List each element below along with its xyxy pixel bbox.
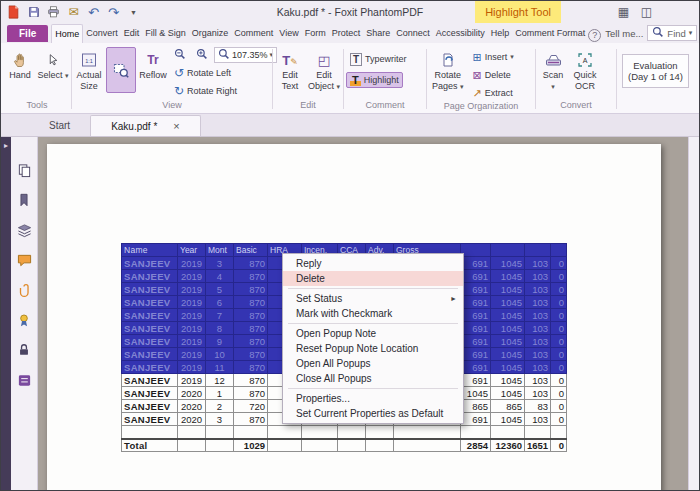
table-cell: SANJEEV	[122, 270, 178, 283]
navigation-pane-rail[interactable]: ▸	[1, 137, 11, 490]
quick-ocr-button[interactable]: A QuickOCR	[570, 47, 600, 95]
tell-me-search[interactable]: Tell me...	[605, 28, 643, 39]
menu-tab-view[interactable]: View	[276, 24, 301, 42]
actual-size-button[interactable]: 1:1 ActualSize	[74, 47, 104, 95]
table-cell: 0	[551, 283, 567, 296]
zoom-out-button[interactable]	[170, 47, 190, 63]
table-cell: SANJEEV	[122, 335, 178, 348]
page-thumbnails-icon[interactable]	[15, 161, 33, 179]
zoom-level-select[interactable]: 107.35% ▾	[214, 47, 277, 63]
rotate-pages-button[interactable]: RotatePages ▾	[429, 47, 467, 95]
menu-tab-accessibility[interactable]: Accessibility	[433, 24, 488, 42]
reflow-button[interactable]: Tr Reflow	[138, 47, 168, 84]
table-cell: 870	[234, 257, 268, 270]
context-menu-item-properties[interactable]: Properties...	[283, 391, 463, 406]
rotate-right-button[interactable]: ↻Rotate Right	[170, 83, 241, 99]
menu-tab-connect[interactable]: Connect	[393, 24, 433, 42]
highlight-button[interactable]: T Highlight	[346, 72, 403, 88]
context-menu-item-label: Reset Popup Note Location	[296, 343, 418, 354]
digital-signature-icon[interactable]	[15, 311, 33, 329]
extract-pages-button[interactable]: ↗Extract	[469, 85, 518, 101]
group-label-edit: Edit	[275, 100, 341, 113]
edit-text-button[interactable]: T✎ EditText	[275, 47, 305, 95]
context-menu-item-delete[interactable]: Delete	[283, 271, 463, 286]
table-cell: Year	[178, 244, 206, 257]
table-cell: 691	[461, 374, 491, 387]
table-cell: 0	[551, 439, 567, 452]
table-cell: 8	[206, 322, 234, 335]
workspace-grid-icon[interactable]: ▦	[615, 4, 632, 21]
attachments-icon[interactable]	[15, 281, 33, 299]
scan-icon	[545, 50, 562, 70]
table-cell: SANJEEV	[122, 348, 178, 361]
delete-pages-button[interactable]: ⊠Delete	[469, 67, 518, 83]
rotate-left-button[interactable]: ↺Rotate Left	[170, 65, 235, 81]
file-menu-button[interactable]: File	[7, 25, 48, 42]
comments-icon[interactable]	[15, 251, 33, 269]
zoom-in-button[interactable]	[192, 47, 212, 63]
menu-tab-share[interactable]: Share	[363, 24, 393, 42]
table-cell	[394, 439, 461, 452]
table-cell: 1045	[491, 361, 525, 374]
tab-start[interactable]: Start	[29, 115, 90, 136]
marquee-zoom-button[interactable]	[106, 47, 136, 93]
table-cell: 3	[206, 257, 234, 270]
menu-tab-form[interactable]: Form	[302, 24, 329, 42]
select-tool-button[interactable]: Select ▾	[37, 47, 69, 84]
menu-tab-edit[interactable]: Edit	[121, 24, 143, 42]
table-cell: Total	[122, 439, 178, 452]
menu-tab-comment-format[interactable]: Comment Format	[512, 24, 588, 42]
quick-ocr-icon: A	[577, 50, 593, 70]
table-cell: 103	[525, 322, 551, 335]
expand-pane-icon[interactable]: ▸	[4, 141, 8, 150]
menu-tab-comment[interactable]: Comment	[231, 24, 276, 42]
close-tab-icon[interactable]: ×	[173, 121, 179, 132]
menu-tab-home[interactable]: Home	[51, 24, 83, 43]
context-menu-item-set-current-properties-as-default[interactable]: Set Current Properties as Default	[283, 406, 463, 421]
table-cell: 2019	[178, 322, 206, 335]
table-cell: 0	[551, 400, 567, 413]
window-title: Kaku.pdf * - Foxit PhantomPDF	[1, 1, 699, 23]
context-menu-item-open-popup-note[interactable]: Open Popup Note	[283, 326, 463, 341]
menu-tab-help[interactable]: Help	[488, 24, 513, 42]
panel-layout-icon[interactable]: ◫	[638, 4, 655, 21]
insert-pages-button[interactable]: ⊞Insert ▾	[469, 49, 518, 65]
ribbon-group-page-organization: RotatePages ▾ ⊞Insert ▾ ⊠Delete ↗Extract…	[429, 45, 533, 113]
dropdown-caret-icon: ▾	[510, 53, 514, 61]
table-cell: 0	[551, 309, 567, 322]
evaluation-button[interactable]: Evaluation (Day 1 of 14)	[622, 54, 689, 88]
scan-button[interactable]: Scan▾	[538, 47, 568, 95]
typewriter-button[interactable]: T Typewriter	[346, 51, 411, 67]
context-menu-item-mark-with-checkmark[interactable]: Mark with Checkmark	[283, 306, 463, 321]
edit-object-button[interactable]: ◰ EditObject ▾	[307, 47, 341, 95]
context-menu-item-reply[interactable]: Reply	[283, 256, 463, 271]
menu-tab-protect[interactable]: Protect	[329, 24, 364, 42]
marquee-zoom-icon	[113, 50, 129, 90]
context-menu-item-close-all-popups[interactable]: Close All Popups	[283, 371, 463, 386]
menu-tab-convert[interactable]: Convert	[83, 24, 121, 42]
right-panel-rail[interactable]	[688, 137, 699, 490]
bookmarks-icon[interactable]	[15, 191, 33, 209]
group-divider	[71, 49, 72, 109]
table-cell: 0	[551, 348, 567, 361]
table-cell	[122, 426, 178, 439]
table-cell: 6	[206, 296, 234, 309]
menu-tab-organize[interactable]: Organize	[189, 24, 232, 42]
layers-icon[interactable]	[15, 221, 33, 239]
form-fields-icon[interactable]	[15, 371, 33, 389]
context-menu-item-set-status[interactable]: Set Status►	[283, 291, 463, 306]
ribbon-group-view: 1:1 ActualSize Tr Reflow 1	[74, 45, 270, 113]
find-box[interactable]: Find ▾	[647, 25, 697, 41]
security-icon[interactable]	[15, 341, 33, 359]
table-cell: 870	[234, 348, 268, 361]
table-cell: 691	[461, 270, 491, 283]
table-cell: 1651	[525, 439, 551, 452]
context-menu-item-reset-popup-note-location[interactable]: Reset Popup Note Location	[283, 341, 463, 356]
menu-tab-fill-sign[interactable]: Fill & Sign	[142, 24, 189, 42]
tab-kaku-pdf[interactable]: Kaku.pdf * ×	[90, 115, 201, 136]
context-menu-item-open-all-popups[interactable]: Open All Popups	[283, 356, 463, 371]
table-cell: 691	[461, 361, 491, 374]
table-cell: 2019	[178, 309, 206, 322]
hand-tool-button[interactable]: Hand	[5, 47, 35, 84]
table-cell: SANJEEV	[122, 361, 178, 374]
